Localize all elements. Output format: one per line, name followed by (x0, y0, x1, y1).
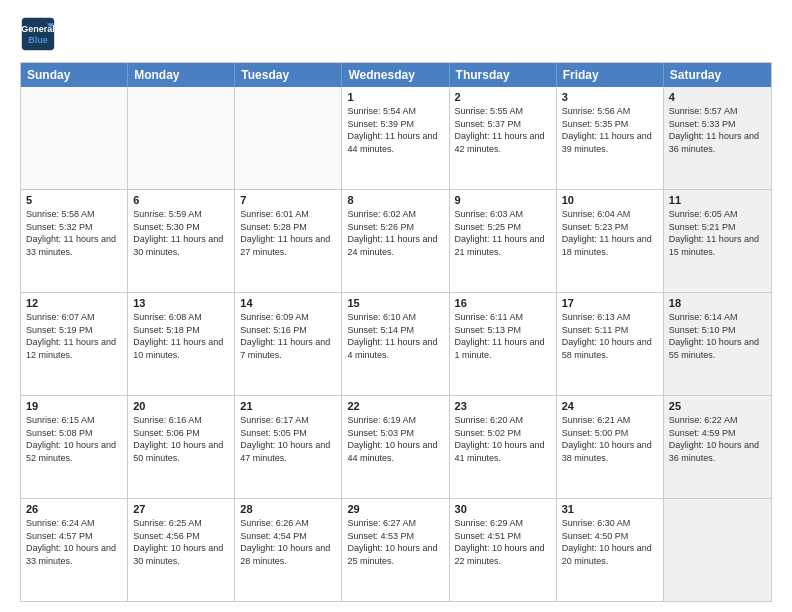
day-number: 21 (240, 400, 336, 412)
day-number: 29 (347, 503, 443, 515)
day-number: 8 (347, 194, 443, 206)
cell-info: Sunrise: 6:21 AM Sunset: 5:00 PM Dayligh… (562, 414, 658, 464)
day-number: 13 (133, 297, 229, 309)
calendar-row: 5Sunrise: 5:58 AM Sunset: 5:32 PM Daylig… (21, 189, 771, 292)
calendar: SundayMondayTuesdayWednesdayThursdayFrid… (20, 62, 772, 602)
calendar-cell: 20Sunrise: 6:16 AM Sunset: 5:06 PM Dayli… (128, 396, 235, 498)
cell-info: Sunrise: 5:58 AM Sunset: 5:32 PM Dayligh… (26, 208, 122, 258)
calendar-cell: 13Sunrise: 6:08 AM Sunset: 5:18 PM Dayli… (128, 293, 235, 395)
logo: General Blue (20, 16, 56, 52)
page: General Blue SundayMondayTuesdayWednesda… (0, 0, 792, 612)
calendar-header: SundayMondayTuesdayWednesdayThursdayFrid… (21, 63, 771, 87)
calendar-cell: 19Sunrise: 6:15 AM Sunset: 5:08 PM Dayli… (21, 396, 128, 498)
calendar-row: 1Sunrise: 5:54 AM Sunset: 5:39 PM Daylig… (21, 87, 771, 189)
cell-info: Sunrise: 6:17 AM Sunset: 5:05 PM Dayligh… (240, 414, 336, 464)
day-number: 30 (455, 503, 551, 515)
day-number: 12 (26, 297, 122, 309)
calendar-header-cell: Saturday (664, 63, 771, 87)
day-number: 27 (133, 503, 229, 515)
day-number: 15 (347, 297, 443, 309)
day-number: 7 (240, 194, 336, 206)
calendar-header-cell: Friday (557, 63, 664, 87)
day-number: 5 (26, 194, 122, 206)
cell-info: Sunrise: 6:25 AM Sunset: 4:56 PM Dayligh… (133, 517, 229, 567)
calendar-cell: 11Sunrise: 6:05 AM Sunset: 5:21 PM Dayli… (664, 190, 771, 292)
calendar-row: 19Sunrise: 6:15 AM Sunset: 5:08 PM Dayli… (21, 395, 771, 498)
day-number: 2 (455, 91, 551, 103)
calendar-cell (128, 87, 235, 189)
day-number: 18 (669, 297, 766, 309)
cell-info: Sunrise: 5:59 AM Sunset: 5:30 PM Dayligh… (133, 208, 229, 258)
calendar-cell (21, 87, 128, 189)
calendar-cell: 7Sunrise: 6:01 AM Sunset: 5:28 PM Daylig… (235, 190, 342, 292)
cell-info: Sunrise: 6:09 AM Sunset: 5:16 PM Dayligh… (240, 311, 336, 361)
day-number: 4 (669, 91, 766, 103)
calendar-header-cell: Wednesday (342, 63, 449, 87)
calendar-cell: 28Sunrise: 6:26 AM Sunset: 4:54 PM Dayli… (235, 499, 342, 601)
day-number: 9 (455, 194, 551, 206)
calendar-header-cell: Sunday (21, 63, 128, 87)
day-number: 14 (240, 297, 336, 309)
svg-text:Blue: Blue (28, 35, 48, 45)
calendar-cell: 10Sunrise: 6:04 AM Sunset: 5:23 PM Dayli… (557, 190, 664, 292)
cell-info: Sunrise: 6:03 AM Sunset: 5:25 PM Dayligh… (455, 208, 551, 258)
cell-info: Sunrise: 6:22 AM Sunset: 4:59 PM Dayligh… (669, 414, 766, 464)
cell-info: Sunrise: 6:19 AM Sunset: 5:03 PM Dayligh… (347, 414, 443, 464)
cell-info: Sunrise: 6:27 AM Sunset: 4:53 PM Dayligh… (347, 517, 443, 567)
calendar-cell: 9Sunrise: 6:03 AM Sunset: 5:25 PM Daylig… (450, 190, 557, 292)
cell-info: Sunrise: 6:07 AM Sunset: 5:19 PM Dayligh… (26, 311, 122, 361)
calendar-header-cell: Thursday (450, 63, 557, 87)
cell-info: Sunrise: 6:05 AM Sunset: 5:21 PM Dayligh… (669, 208, 766, 258)
calendar-cell: 29Sunrise: 6:27 AM Sunset: 4:53 PM Dayli… (342, 499, 449, 601)
cell-info: Sunrise: 6:04 AM Sunset: 5:23 PM Dayligh… (562, 208, 658, 258)
logo-icon: General Blue (20, 16, 56, 52)
calendar-cell: 5Sunrise: 5:58 AM Sunset: 5:32 PM Daylig… (21, 190, 128, 292)
calendar-cell: 6Sunrise: 5:59 AM Sunset: 5:30 PM Daylig… (128, 190, 235, 292)
day-number: 6 (133, 194, 229, 206)
calendar-cell (235, 87, 342, 189)
cell-info: Sunrise: 6:15 AM Sunset: 5:08 PM Dayligh… (26, 414, 122, 464)
cell-info: Sunrise: 6:14 AM Sunset: 5:10 PM Dayligh… (669, 311, 766, 361)
calendar-cell: 22Sunrise: 6:19 AM Sunset: 5:03 PM Dayli… (342, 396, 449, 498)
day-number: 28 (240, 503, 336, 515)
day-number: 22 (347, 400, 443, 412)
calendar-cell: 14Sunrise: 6:09 AM Sunset: 5:16 PM Dayli… (235, 293, 342, 395)
day-number: 16 (455, 297, 551, 309)
cell-info: Sunrise: 6:10 AM Sunset: 5:14 PM Dayligh… (347, 311, 443, 361)
cell-info: Sunrise: 5:56 AM Sunset: 5:35 PM Dayligh… (562, 105, 658, 155)
day-number: 19 (26, 400, 122, 412)
calendar-cell: 27Sunrise: 6:25 AM Sunset: 4:56 PM Dayli… (128, 499, 235, 601)
calendar-cell: 21Sunrise: 6:17 AM Sunset: 5:05 PM Dayli… (235, 396, 342, 498)
cell-info: Sunrise: 6:16 AM Sunset: 5:06 PM Dayligh… (133, 414, 229, 464)
cell-info: Sunrise: 5:54 AM Sunset: 5:39 PM Dayligh… (347, 105, 443, 155)
calendar-cell: 23Sunrise: 6:20 AM Sunset: 5:02 PM Dayli… (450, 396, 557, 498)
cell-info: Sunrise: 5:55 AM Sunset: 5:37 PM Dayligh… (455, 105, 551, 155)
calendar-cell: 15Sunrise: 6:10 AM Sunset: 5:14 PM Dayli… (342, 293, 449, 395)
cell-info: Sunrise: 6:02 AM Sunset: 5:26 PM Dayligh… (347, 208, 443, 258)
cell-info: Sunrise: 6:01 AM Sunset: 5:28 PM Dayligh… (240, 208, 336, 258)
day-number: 20 (133, 400, 229, 412)
cell-info: Sunrise: 6:20 AM Sunset: 5:02 PM Dayligh… (455, 414, 551, 464)
cell-info: Sunrise: 6:24 AM Sunset: 4:57 PM Dayligh… (26, 517, 122, 567)
calendar-cell: 31Sunrise: 6:30 AM Sunset: 4:50 PM Dayli… (557, 499, 664, 601)
header: General Blue (20, 16, 772, 52)
day-number: 23 (455, 400, 551, 412)
day-number: 25 (669, 400, 766, 412)
day-number: 11 (669, 194, 766, 206)
cell-info: Sunrise: 6:08 AM Sunset: 5:18 PM Dayligh… (133, 311, 229, 361)
calendar-cell: 2Sunrise: 5:55 AM Sunset: 5:37 PM Daylig… (450, 87, 557, 189)
calendar-body: 1Sunrise: 5:54 AM Sunset: 5:39 PM Daylig… (21, 87, 771, 601)
calendar-cell: 4Sunrise: 5:57 AM Sunset: 5:33 PM Daylig… (664, 87, 771, 189)
cell-info: Sunrise: 5:57 AM Sunset: 5:33 PM Dayligh… (669, 105, 766, 155)
calendar-cell: 8Sunrise: 6:02 AM Sunset: 5:26 PM Daylig… (342, 190, 449, 292)
calendar-row: 12Sunrise: 6:07 AM Sunset: 5:19 PM Dayli… (21, 292, 771, 395)
day-number: 17 (562, 297, 658, 309)
calendar-cell: 3Sunrise: 5:56 AM Sunset: 5:35 PM Daylig… (557, 87, 664, 189)
day-number: 24 (562, 400, 658, 412)
calendar-cell: 30Sunrise: 6:29 AM Sunset: 4:51 PM Dayli… (450, 499, 557, 601)
cell-info: Sunrise: 6:11 AM Sunset: 5:13 PM Dayligh… (455, 311, 551, 361)
calendar-cell: 1Sunrise: 5:54 AM Sunset: 5:39 PM Daylig… (342, 87, 449, 189)
calendar-cell: 16Sunrise: 6:11 AM Sunset: 5:13 PM Dayli… (450, 293, 557, 395)
calendar-cell: 26Sunrise: 6:24 AM Sunset: 4:57 PM Dayli… (21, 499, 128, 601)
cell-info: Sunrise: 6:30 AM Sunset: 4:50 PM Dayligh… (562, 517, 658, 567)
